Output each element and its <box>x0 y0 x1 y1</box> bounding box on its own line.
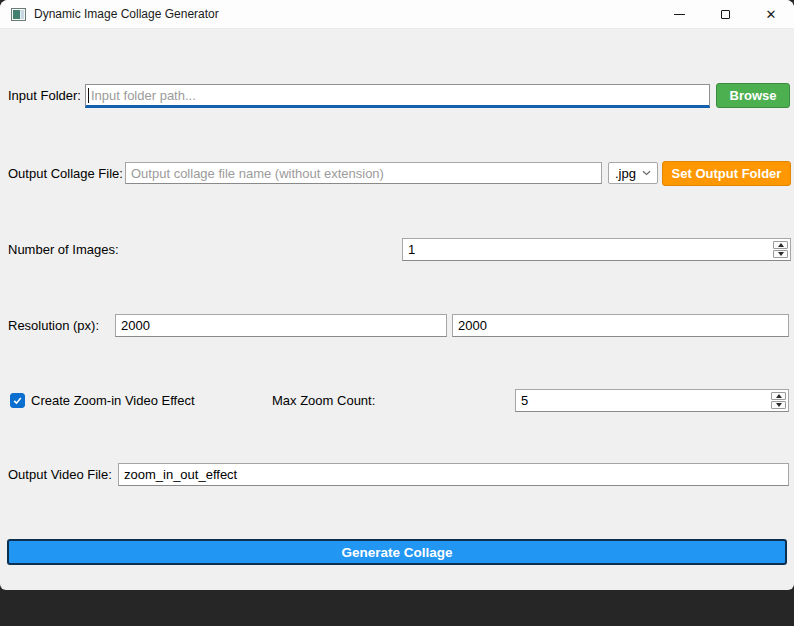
window-controls: ✕ <box>656 0 794 28</box>
minimize-button[interactable] <box>656 0 702 28</box>
output-video-label: Output Video File: <box>8 463 112 486</box>
set-output-folder-button[interactable]: Set Output Folder <box>662 161 791 186</box>
app-icon <box>11 7 26 22</box>
spin-down-button[interactable] <box>773 250 788 258</box>
number-of-images-spinbox <box>402 238 791 261</box>
spin-down-icon <box>776 403 782 407</box>
spin-buttons <box>770 391 787 410</box>
input-folder-field[interactable] <box>85 84 710 108</box>
resolution-height-field[interactable] <box>452 314 789 337</box>
extension-dropdown[interactable]: .jpg <box>608 162 658 184</box>
max-zoom-count-spinbox <box>515 389 789 412</box>
window-title: Dynamic Image Collage Generator <box>34 7 656 21</box>
close-button[interactable]: ✕ <box>748 0 794 28</box>
extension-selected-value: .jpg <box>615 166 636 181</box>
browse-button[interactable]: Browse <box>716 83 790 108</box>
spin-up-icon <box>776 394 782 398</box>
spin-down-button[interactable] <box>771 401 786 409</box>
max-zoom-count-input[interactable] <box>516 390 768 411</box>
resolution-label: Resolution (px): <box>8 314 99 337</box>
close-icon: ✕ <box>766 8 777 21</box>
zoom-effect-checkbox[interactable] <box>10 393 25 408</box>
checkmark-icon <box>12 395 23 406</box>
number-of-images-label: Number of Images: <box>8 238 119 261</box>
output-video-field[interactable] <box>118 463 789 486</box>
resolution-width-field[interactable] <box>115 314 447 337</box>
number-of-images-input[interactable] <box>403 239 770 260</box>
spin-up-button[interactable] <box>773 241 788 249</box>
minimize-icon <box>674 14 685 15</box>
spin-up-icon <box>778 243 784 247</box>
spin-up-button[interactable] <box>771 392 786 400</box>
spin-buttons <box>772 240 789 259</box>
zoom-effect-checkbox-label[interactable]: Create Zoom-in Video Effect <box>31 389 195 412</box>
app-window: Dynamic Image Collage Generator ✕ Input … <box>0 0 794 590</box>
chevron-down-icon <box>642 170 651 176</box>
maximize-icon <box>721 10 730 19</box>
title-bar: Dynamic Image Collage Generator ✕ <box>0 0 794 29</box>
max-zoom-count-label: Max Zoom Count: <box>272 389 375 412</box>
text-caret <box>88 88 89 103</box>
output-collage-label: Output Collage File: <box>8 162 123 184</box>
generate-collage-button[interactable]: Generate Collage <box>7 539 787 565</box>
output-collage-field[interactable] <box>125 162 602 184</box>
spin-down-icon <box>778 252 784 256</box>
input-folder-label: Input Folder: <box>8 84 81 107</box>
maximize-button[interactable] <box>702 0 748 28</box>
